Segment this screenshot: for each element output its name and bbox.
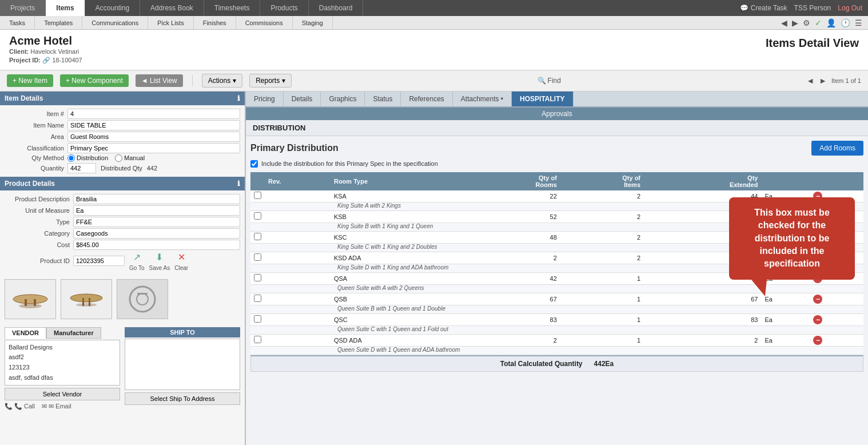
- nav-tab-timesheets[interactable]: Timesheets: [204, 0, 261, 16]
- primary-distribution-title: Primary Distribution: [250, 143, 339, 153]
- select-vendor-button[interactable]: Select Vendor: [5, 388, 120, 400]
- manual-radio[interactable]: [115, 154, 122, 162]
- row-checkbox-4[interactable]: [254, 253, 261, 261]
- row-checkbox-8[interactable]: [254, 336, 261, 343]
- prev-item-arrow[interactable]: ◄: [806, 76, 814, 85]
- add-rooms-button[interactable]: Add Rooms: [811, 141, 863, 156]
- row-qty-items-8: 1: [560, 334, 644, 346]
- product-thumb-placeholder[interactable]: [117, 279, 168, 319]
- tooltip-arrow: [750, 275, 771, 298]
- classification-input[interactable]: [67, 143, 240, 153]
- sub-nav-right: ◀ ▶ ⚙ ✓ 👤 🕐 ☰: [781, 16, 868, 29]
- project-info: Acme Hotel Client: Havelock Vetinari Pro…: [9, 34, 82, 65]
- select-ship-address-button[interactable]: Select Ship To Address: [125, 392, 240, 405]
- category-input[interactable]: [73, 228, 240, 239]
- row-code-8: QSD ADA: [331, 334, 466, 346]
- reports-dropdown[interactable]: Reports ▾: [249, 74, 292, 88]
- goto-button[interactable]: ↗ Go To: [129, 251, 145, 271]
- row-code-7: QSC: [331, 313, 466, 325]
- logout-btn[interactable]: Log Out: [838, 4, 862, 12]
- nav-tab-address-book[interactable]: Address Book: [140, 0, 204, 16]
- uom-row: Unit of Measure: [5, 205, 240, 216]
- item-name-input[interactable]: [67, 120, 240, 130]
- vendor-tab[interactable]: VENDOR: [5, 327, 46, 339]
- contact-links: 📞 📞 Call ✉ ✉ Email: [5, 403, 120, 410]
- tab-references[interactable]: References: [401, 92, 452, 106]
- row-checkbox-5[interactable]: [254, 274, 261, 281]
- product-details-info-icon[interactable]: ℹ: [237, 180, 240, 188]
- row-qty-items-1: 2: [560, 190, 644, 202]
- new-component-button[interactable]: + New Component: [60, 74, 129, 87]
- row-checkbox-7[interactable]: [254, 315, 261, 323]
- sub-tab-tasks[interactable]: Tasks: [0, 16, 35, 29]
- clock-icon[interactable]: 🕐: [841, 18, 850, 27]
- row-code-2: KSB: [331, 210, 466, 223]
- row-checkbox-2[interactable]: [254, 212, 261, 220]
- row-checkbox-6[interactable]: [254, 295, 261, 302]
- tab-graphics[interactable]: Graphics: [321, 92, 365, 106]
- next-item-arrow[interactable]: ►: [819, 76, 827, 85]
- row-checkbox-1[interactable]: [254, 192, 261, 199]
- nav-arrow-left[interactable]: ◀: [781, 18, 787, 27]
- nav-tab-projects[interactable]: Projects: [0, 0, 46, 16]
- remove-row-btn-6[interactable]: −: [813, 295, 822, 304]
- profile-icon[interactable]: 👤: [826, 18, 836, 27]
- include-distribution-checkbox[interactable]: [250, 160, 258, 168]
- sub-nav: Tasks Templates Communications Pick List…: [0, 16, 868, 30]
- product-thumb-1[interactable]: [5, 279, 56, 319]
- create-task-btn[interactable]: 💬 Create Task: [740, 4, 787, 12]
- tab-pricing[interactable]: Pricing: [246, 92, 284, 106]
- quantity-input[interactable]: [67, 163, 96, 173]
- tab-attachments[interactable]: Attachments •: [453, 92, 512, 106]
- uom-input[interactable]: [73, 205, 240, 216]
- email-link[interactable]: ✉ ✉ Email: [42, 403, 71, 410]
- product-id-input[interactable]: [73, 256, 125, 266]
- nav-tab-items[interactable]: Items: [46, 0, 85, 16]
- remove-row-btn-8[interactable]: −: [813, 336, 822, 345]
- sub-tab-communications[interactable]: Communications: [82, 16, 148, 29]
- product-details-form: Product Description Unit of Measure Type…: [0, 190, 245, 275]
- actions-dropdown[interactable]: Actions ▾: [202, 74, 242, 88]
- row-rev-8: [265, 334, 331, 346]
- cost-input[interactable]: [73, 240, 240, 250]
- product-thumb-2[interactable]: [61, 279, 112, 319]
- nav-tab-products[interactable]: Products: [260, 0, 308, 16]
- check-icon[interactable]: ✓: [815, 18, 822, 27]
- distribution-radio[interactable]: [67, 154, 75, 162]
- tab-status[interactable]: Status: [365, 92, 401, 106]
- sub-tab-staging[interactable]: Staging: [293, 16, 333, 29]
- manufacturer-tab[interactable]: Manufacturer: [46, 327, 101, 339]
- item-num-input[interactable]: [67, 109, 240, 119]
- area-input[interactable]: [67, 132, 240, 142]
- menu-icon[interactable]: ☰: [855, 18, 862, 27]
- svg-point-0: [13, 295, 47, 304]
- row-code-1: KSA: [331, 190, 466, 202]
- item-details-info-icon[interactable]: ℹ: [237, 94, 240, 102]
- nav-tab-dashboard[interactable]: Dashboard: [309, 0, 364, 16]
- sub-tab-finishes[interactable]: Finishes: [194, 16, 236, 29]
- call-link[interactable]: 📞 📞 Call: [5, 403, 35, 410]
- settings-icon[interactable]: ⚙: [803, 18, 810, 27]
- tab-hospitality[interactable]: HOSPITALITY: [512, 92, 573, 106]
- dist-table-row: QSC 83 1 83 Ea −: [250, 313, 863, 325]
- distribution-radio-label[interactable]: Distribution: [67, 154, 108, 162]
- dist-table-subrow: Queen Suite with A with 2 Queens: [250, 284, 863, 293]
- tab-details[interactable]: Details: [284, 92, 321, 106]
- remove-row-btn-7[interactable]: −: [813, 315, 822, 324]
- save-as-button[interactable]: ⬇ Save As: [149, 251, 170, 271]
- description-input[interactable]: [73, 194, 240, 204]
- nav-arrow-right[interactable]: ▶: [792, 18, 798, 27]
- sub-tab-templates[interactable]: Templates: [35, 16, 82, 29]
- sub-tab-pick-lists[interactable]: Pick Lists: [148, 16, 193, 29]
- new-item-button[interactable]: + New Item: [7, 74, 53, 87]
- manual-radio-label[interactable]: Manual: [115, 154, 145, 162]
- clear-button[interactable]: ✕ Clear: [174, 251, 188, 271]
- qty-method-group: Distribution Manual: [67, 154, 145, 162]
- find-button[interactable]: 🔍 Find: [537, 77, 561, 85]
- row-checkbox-3[interactable]: [254, 233, 261, 240]
- type-input[interactable]: [73, 217, 240, 227]
- sub-tab-commissions[interactable]: Commissions: [236, 16, 293, 29]
- list-view-button[interactable]: ◄ List View: [136, 74, 183, 87]
- col-qty-items: Qty ofItems: [560, 172, 644, 190]
- nav-tab-accounting[interactable]: Accounting: [85, 0, 140, 16]
